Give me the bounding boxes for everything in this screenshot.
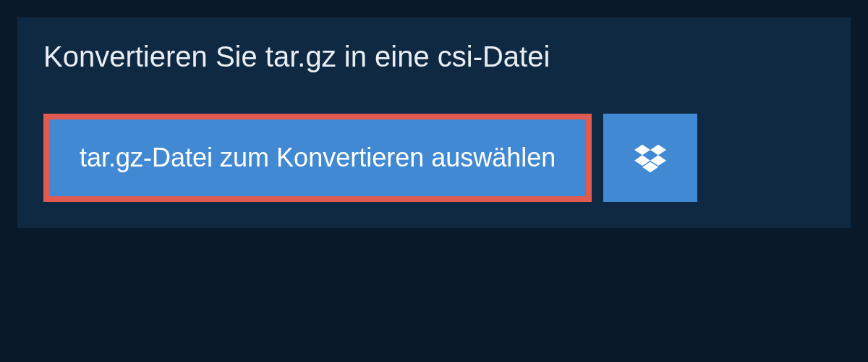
dropbox-icon (634, 142, 666, 174)
select-button-highlight: tar.gz-Datei zum Konvertieren auswählen (43, 114, 592, 202)
conversion-card: Konvertieren Sie tar.gz in eine csi-Date… (17, 17, 851, 228)
button-row: tar.gz-Datei zum Konvertieren auswählen (17, 93, 851, 228)
card-title: Konvertieren Sie tar.gz in eine csi-Date… (17, 17, 851, 93)
select-file-button[interactable]: tar.gz-Datei zum Konvertieren auswählen (49, 119, 586, 196)
dropbox-button[interactable] (603, 114, 697, 202)
